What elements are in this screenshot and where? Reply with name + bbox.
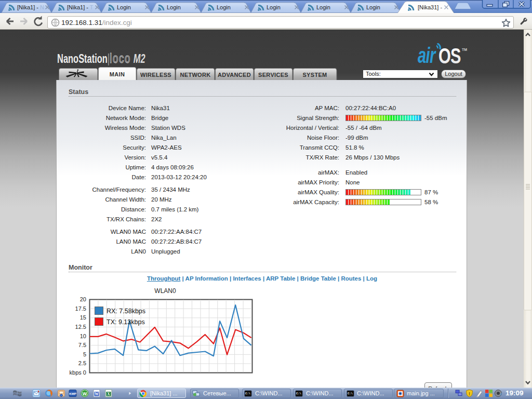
svg-text:12.5: 12.5 bbox=[75, 324, 86, 330]
svg-text:!: ! bbox=[469, 391, 470, 396]
svg-text:W: W bbox=[83, 391, 87, 396]
svg-text:10: 10 bbox=[80, 333, 86, 339]
svg-text:C:\: C:\ bbox=[296, 392, 302, 395]
svg-text:WLAN0: WLAN0 bbox=[154, 287, 176, 295]
svg-text:kbps 0: kbps 0 bbox=[70, 369, 86, 376]
svg-text:X: X bbox=[107, 392, 110, 396]
svg-text:TX: 9.13kbps: TX: 9.13kbps bbox=[107, 318, 145, 326]
svg-text:15: 15 bbox=[80, 314, 86, 321]
svg-text:20: 20 bbox=[80, 296, 86, 302]
svg-text:C:\: C:\ bbox=[348, 392, 353, 395]
svg-text:5: 5 bbox=[83, 351, 86, 357]
svg-text:KMP: KMP bbox=[69, 392, 76, 395]
svg-text:W: W bbox=[95, 392, 99, 396]
svg-text:17.5: 17.5 bbox=[75, 305, 86, 312]
svg-text:C:\: C:\ bbox=[245, 392, 251, 395]
svg-text:7.5: 7.5 bbox=[78, 342, 86, 348]
svg-text:RX: 7.58kbps: RX: 7.58kbps bbox=[107, 308, 145, 315]
svg-text:2.5: 2.5 bbox=[78, 360, 86, 366]
